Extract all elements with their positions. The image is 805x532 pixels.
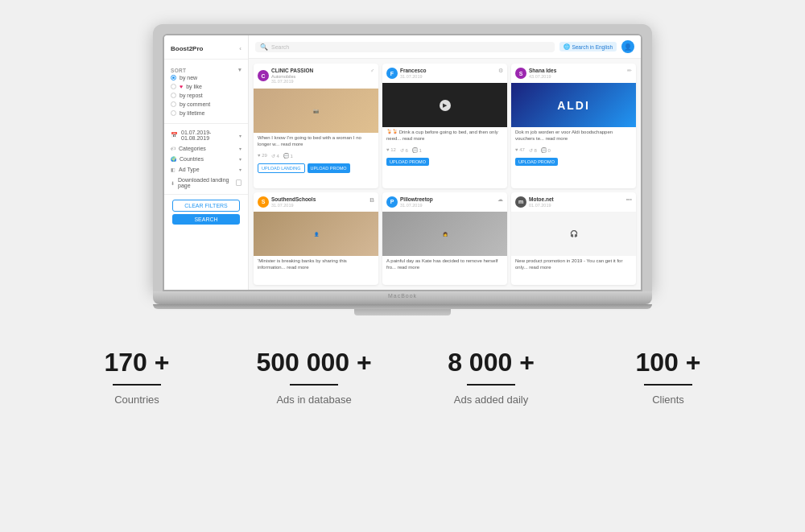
chevron-down-icon-2: ▾ xyxy=(239,146,242,151)
ad-card-6: m Motoe.net 01.07.2019 ••• xyxy=(511,192,636,285)
date-filter[interactable]: 📅 01.07.2019-01.08.2019 ▾ xyxy=(164,127,248,143)
collapse-icon[interactable]: ‹ xyxy=(239,45,242,52)
chevron-down-icon-4: ▾ xyxy=(239,167,242,172)
ad-user-info-3: Shana Ides 43.07.2019 xyxy=(529,68,556,79)
ad-card-5: P Pillowtreetop 31.07.2019 ☁ xyxy=(382,192,507,285)
countries-filter[interactable]: 🌍 Countries ▾ xyxy=(164,154,248,164)
ad-avatar-4: S xyxy=(258,196,269,208)
search-icon: 🔍 xyxy=(260,43,268,51)
stat-divider-ads-daily xyxy=(467,384,515,386)
ad-card-2: F Francesco 31.07.2019 ⚙ xyxy=(382,64,507,188)
user-avatar[interactable]: 👤 xyxy=(621,40,634,53)
language-selector[interactable]: 🌐 Search in English xyxy=(559,42,617,52)
ad-avatar-6: m xyxy=(515,196,526,208)
ad-card-header-6: m Motoe.net 01.07.2019 ••• xyxy=(511,192,636,212)
clear-filters-button[interactable]: CLEAR FILTERS xyxy=(172,200,239,212)
stat-divider-clients xyxy=(644,384,692,386)
ad-text-3: Dok m job worden er voor Aldi boodschapp… xyxy=(511,127,636,145)
stat-number-clients: 100 + xyxy=(636,348,701,377)
topbar: 🔍 Search 🌐 Search in English 👤 xyxy=(249,35,641,59)
ad-text-2: 🍹🍹 Drink a cup before going to bed, and … xyxy=(382,127,507,145)
ad-card-header-5: P Pillowtreetop 31.07.2019 ☁ xyxy=(382,192,507,212)
stat-ads-daily: 8 000 + Ads added daily xyxy=(402,348,580,406)
ad-image-4: 👤 xyxy=(254,212,378,256)
ad-user-1: C CLINIC PASSION Automobiles 31.07.2019 xyxy=(258,68,313,85)
ad-card-header-4: S SouthendSchools 31.07.2019 B xyxy=(254,192,378,212)
stat-ads-db: 500 000 + Ads in database xyxy=(225,348,402,406)
ad-card-1: C CLINIC PASSION Automobiles 31.07.2019 … xyxy=(254,64,378,188)
app-ui: Boost2Pro ‹ Sort ▾ by new xyxy=(164,35,641,290)
ad-image-3: ALDI xyxy=(511,83,636,127)
categories-filter[interactable]: 🏷 Categories ▾ xyxy=(164,143,248,154)
radio-selected xyxy=(171,75,176,80)
sort-by-new[interactable]: by new xyxy=(171,73,242,82)
ad-text-1: When I know I'm going to bed with a woma… xyxy=(254,133,378,151)
sort-by-comment[interactable]: by comment xyxy=(171,100,242,109)
sidebar-header: Boost2Pro ‹ xyxy=(164,42,248,60)
ad-image-5: 👩 xyxy=(382,212,507,256)
ad-card-header-1: C CLINIC PASSION Automobiles 31.07.2019 … xyxy=(254,64,378,89)
stats-section: 170 + Countries 500 000 + Ads in databas… xyxy=(0,324,805,430)
ad-video-2[interactable]: ▬▬ ▶ xyxy=(382,83,507,127)
landing-filter[interactable]: ⬇ Downloaded landing page xyxy=(164,175,248,191)
ad-user-info-4: SouthendSchools 31.07.2019 xyxy=(271,196,316,208)
chevron-down-icon-3: ▾ xyxy=(239,156,242,162)
ad-icon-1[interactable]: ♂ xyxy=(370,68,374,73)
cloud-download-icon: ⬇ xyxy=(171,180,175,186)
radio-unselected xyxy=(171,101,176,107)
ad-image-1: 📷 xyxy=(254,89,378,133)
ad-icon-3[interactable]: ✏ xyxy=(627,68,632,74)
upload-landing-btn-1[interactable]: UPLOAD LANDING xyxy=(258,163,305,173)
sort-by-repost[interactable]: by repost xyxy=(171,91,242,100)
upload-promo-btn-2[interactable]: UPLOAD PROMO xyxy=(386,158,429,166)
checkbox-landing[interactable] xyxy=(236,179,242,186)
ad-card-header-2: F Francesco 31.07.2019 ⚙ xyxy=(382,64,507,83)
ad-avatar-2: F xyxy=(386,68,398,79)
ad-user-4: S SouthendSchools 31.07.2019 xyxy=(258,196,316,208)
ad-icon-2[interactable]: ⚙ xyxy=(498,68,503,74)
stat-divider-countries xyxy=(113,384,161,386)
sort-section: Sort ▾ by new ♥ by like xyxy=(164,64,248,120)
ad-avatar-1: C xyxy=(258,70,269,81)
sort-by-lifetime[interactable]: by lifetime xyxy=(171,109,242,118)
ad-card-header-3: S Shana Ides 43.07.2019 ✏ xyxy=(511,64,636,83)
ad-user-6: m Motoe.net 01.07.2019 xyxy=(515,196,554,208)
search-button[interactable]: SEARCH xyxy=(172,214,239,225)
ad-actions-2: UPLOAD PROMO xyxy=(382,155,507,170)
sidebar: Boost2Pro ‹ Sort ▾ by new xyxy=(164,35,249,290)
search-input[interactable]: Search xyxy=(271,44,289,50)
adtype-filter[interactable]: ◧ Ad Type ▾ xyxy=(164,164,248,175)
stat-clients: 100 + Clients xyxy=(580,348,757,406)
sort-label: Sort ▾ xyxy=(171,67,242,73)
ad-icon-4[interactable]: B xyxy=(369,196,374,204)
ad-card-4: S SouthendSchools 31.07.2019 B xyxy=(254,192,378,285)
laptop-body: Boost2Pro ‹ Sort ▾ by new xyxy=(153,24,652,291)
upload-promo-btn-3[interactable]: UPLOAD PROMO xyxy=(515,158,558,166)
ad-stats-3: ♥ 47 ↺ 8 💬 0 xyxy=(511,145,636,155)
upload-promo-btn-1[interactable]: UPLOAD PROMO xyxy=(308,163,350,173)
divider-1 xyxy=(164,123,248,124)
stat-divider-ads-db xyxy=(290,384,338,386)
stat-label-ads-daily: Ads added daily xyxy=(454,394,529,406)
stat-label-ads-db: Ads in database xyxy=(276,394,351,406)
stat-label-countries: Countries xyxy=(114,394,159,406)
stat-label-clients: Clients xyxy=(652,394,684,406)
adtype-icon: ◧ xyxy=(171,167,175,172)
play-button-2[interactable]: ▶ xyxy=(440,100,451,111)
ad-user-2: F Francesco 31.07.2019 xyxy=(386,68,427,79)
ad-icon-6[interactable]: ••• xyxy=(626,196,632,202)
ad-card-3: S Shana Ides 43.07.2019 ✏ xyxy=(511,64,636,188)
ad-actions-1: UPLOAD LANDING UPLOAD PROMO xyxy=(254,161,378,177)
ad-user-3: S Shana Ides 43.07.2019 xyxy=(515,68,556,79)
search-box[interactable]: 🔍 Search xyxy=(255,42,555,52)
ad-text-6: New product promotion in 2019 - You can … xyxy=(511,256,636,274)
ad-icon-5[interactable]: ☁ xyxy=(497,196,503,203)
laptop-stand xyxy=(354,309,451,315)
ad-user-info-5: Pillowtreetop 31.07.2019 xyxy=(400,196,433,208)
sort-by-like[interactable]: ♥ by like xyxy=(171,82,242,91)
ad-user-info-2: Francesco 31.07.2019 xyxy=(400,68,427,79)
main-content: 🔍 Search 🌐 Search in English 👤 xyxy=(249,35,641,290)
chevron-down-icon: ▾ xyxy=(239,133,242,138)
laptop-section: Boost2Pro ‹ Sort ▾ by new xyxy=(0,0,805,324)
stat-countries: 170 + Countries xyxy=(48,348,225,406)
